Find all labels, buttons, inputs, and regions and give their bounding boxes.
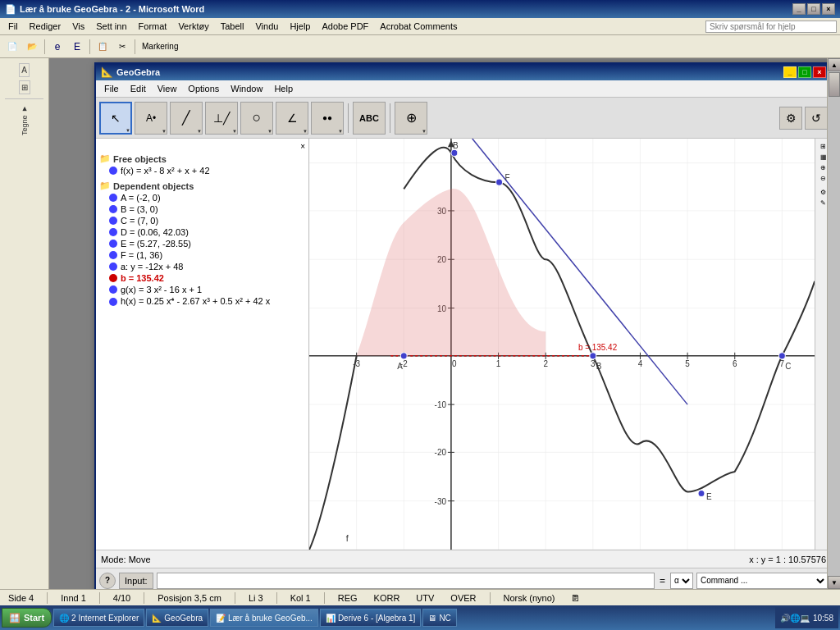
geo-menu-file[interactable]: File	[99, 82, 124, 95]
word-icon-1[interactable]: 📋	[94, 38, 112, 56]
algebra-item-f[interactable]: f(x) = x³ - 8 x² + x + 42	[99, 165, 305, 176]
graph-tool-3[interactable]: ⊕	[819, 163, 827, 172]
dot-C	[109, 217, 117, 225]
word-minimize-button[interactable]: _	[792, 3, 806, 15]
toolbar-sep-3	[135, 39, 135, 54]
word-e-icon[interactable]: e	[48, 38, 66, 56]
scroll-thumb[interactable]	[829, 72, 840, 97]
graph-tool-1[interactable]: ⊞	[819, 142, 827, 151]
taskbar-item-nc[interactable]: 🖥 NC	[422, 609, 456, 627]
status-utv: UTV	[413, 593, 437, 603]
tool-circle[interactable]: ○ ▼	[240, 102, 273, 135]
geo-equals-sign: =	[658, 575, 667, 587]
taskbar-item-derive[interactable]: 📊 Derive 6 - [Algebra 1]	[320, 609, 422, 627]
tool-intersect[interactable]: ●● ▼	[311, 102, 344, 135]
geo-minimize-button[interactable]: _	[783, 66, 797, 78]
geo-input-field[interactable]	[157, 573, 655, 589]
taskbar-right: 🔊🌐💻 10:58	[775, 607, 838, 628]
word-menubar: Fil Rediger Vis Sett inn Format Verktøy …	[0, 18, 840, 35]
svg-text:6: 6	[733, 359, 737, 368]
menu-acrobat[interactable]: Acrobat Comments	[375, 20, 462, 33]
algebra-close-button[interactable]: ×	[300, 142, 305, 151]
scroll-up-button[interactable]: ▲	[828, 58, 840, 71]
geo-menu-window[interactable]: Window	[226, 82, 267, 95]
word-e2-icon[interactable]: E	[68, 38, 86, 56]
geo-menu-help[interactable]: Help	[269, 82, 298, 95]
graph-tool-4[interactable]: ⊖	[819, 174, 827, 183]
geo-input-label: Input:	[119, 573, 153, 589]
graph-tool-5[interactable]: ⚙	[819, 188, 827, 197]
menu-hjelp[interactable]: Hjelp	[285, 20, 315, 33]
left-tool-2[interactable]: ⊞	[19, 80, 30, 94]
taskbar-item-ie[interactable]: 🌐 2 Internet Explorer	[53, 609, 144, 627]
nc-icon: 🖥	[428, 614, 436, 623]
menu-tabell[interactable]: Tabell	[216, 20, 249, 33]
geo-menu-options[interactable]: Options	[183, 82, 224, 95]
scroll-down-button[interactable]: ▼	[828, 576, 840, 589]
geo-alpha-select[interactable]: α	[670, 573, 693, 589]
ie-icon: 🌐	[59, 614, 69, 623]
geo-tool-right-1[interactable]: ⚙	[779, 107, 802, 130]
geo-menu-view[interactable]: View	[153, 82, 182, 95]
menu-vindu[interactable]: Vindu	[250, 20, 283, 33]
word-maximize-button[interactable]: □	[807, 3, 820, 15]
menu-adobe-pdf[interactable]: Adobe PDF	[317, 20, 373, 33]
taskbar-item-geogebra[interactable]: 📐 GeoGebra	[146, 609, 208, 627]
geo-command-select[interactable]: Command ...	[696, 573, 827, 589]
menu-fil[interactable]: Fil	[3, 20, 23, 33]
tool-point[interactable]: A• ▼	[135, 102, 167, 135]
algebra-item-B[interactable]: B = (3, 0)	[99, 203, 305, 215]
word-titlebar-left: 📄 Lær å bruke GeoGebra - 2 - Microsoft W…	[5, 4, 204, 15]
algebra-item-E[interactable]: E = (5.27, -28.55)	[99, 238, 305, 249]
algebra-item-g[interactable]: g(x) = 3 x² - 16 x + 1	[99, 284, 305, 295]
menu-rediger[interactable]: Rediger	[25, 20, 66, 33]
help-search-input[interactable]	[705, 21, 837, 33]
graph-tool-2[interactable]: ▦	[819, 153, 828, 162]
circle-icon: ○	[253, 109, 262, 126]
status-sep-5	[276, 592, 277, 604]
zoom-icon: ⊕	[406, 110, 417, 126]
geo-close-button[interactable]: ×	[813, 66, 826, 78]
graph-tool-6[interactable]: ✎	[819, 199, 827, 208]
svg-text:-10: -10	[435, 400, 447, 409]
algebra-item-A[interactable]: A = (-2, 0)	[99, 192, 305, 203]
open-btn[interactable]: 📂	[23, 38, 41, 56]
algebra-item-a[interactable]: a: y = -12x + 48	[99, 261, 305, 272]
tool-angle[interactable]: ∠ ▼	[276, 102, 308, 135]
algebra-item-D[interactable]: D = (0.06, 42.03)	[99, 226, 305, 238]
tool-line[interactable]: ╱ ▼	[170, 102, 203, 135]
tool-pointer[interactable]: ↖ ▼	[99, 102, 132, 135]
word-icon-2[interactable]: ✂	[113, 38, 131, 56]
free-objects-section: 📁 Free objects f(x) = x³ - 8 x² + x + 42	[99, 153, 305, 176]
svg-point-65	[496, 179, 503, 185]
taskbar-item-word[interactable]: 📝 Lær å bruke GeoGeb...	[210, 609, 318, 627]
graph-area[interactable]: -2 1 2 3 4 5	[309, 139, 827, 550]
new-btn[interactable]: 📄	[3, 38, 21, 56]
algebra-item-C[interactable]: C = (7, 0)	[99, 215, 305, 226]
menu-vis[interactable]: Vis	[67, 20, 89, 33]
geo-help-button[interactable]: ?	[99, 573, 116, 589]
tool-text[interactable]: ABC	[353, 102, 386, 135]
status-over: OVER	[447, 593, 479, 603]
scroll-track[interactable]	[828, 71, 840, 576]
word-titlebar: 📄 Lær å bruke GeoGebra - 2 - Microsoft W…	[0, 0, 840, 18]
algebra-item-b[interactable]: b = 135.42	[99, 272, 305, 284]
menu-verktoy[interactable]: Verktøy	[173, 20, 213, 33]
left-tool-1[interactable]: A	[19, 63, 30, 77]
geo-menu-edit[interactable]: Edit	[126, 82, 151, 95]
menu-sett-inn[interactable]: Sett inn	[91, 20, 131, 33]
geo-coordinates: x : y = 1 : 10.57576	[749, 555, 826, 564]
status-sep-2	[99, 592, 100, 604]
geo-tool-right-2[interactable]: ↺	[805, 107, 827, 130]
dependent-objects-section: 📁 Dependent objects A = (-2, 0) B = (3, …	[99, 180, 305, 308]
tool-zoom[interactable]: ⊕ ▼	[395, 102, 427, 135]
word-close-button[interactable]: ×	[822, 3, 835, 15]
tool-perpendicular[interactable]: ⊥╱ ▼	[205, 102, 238, 135]
geo-maximize-button[interactable]: □	[798, 66, 811, 78]
algebra-item-F[interactable]: F = (1, 36)	[99, 249, 305, 261]
start-button[interactable]: 🪟 Start	[2, 608, 52, 628]
menu-format[interactable]: Format	[134, 20, 172, 33]
dot-b	[109, 274, 117, 282]
algebra-item-h[interactable]: h(x) = 0.25 x⁴ - 2.67 x³ + 0.5 x² + 42 x	[99, 295, 305, 308]
text-icon: ABC	[359, 113, 379, 123]
